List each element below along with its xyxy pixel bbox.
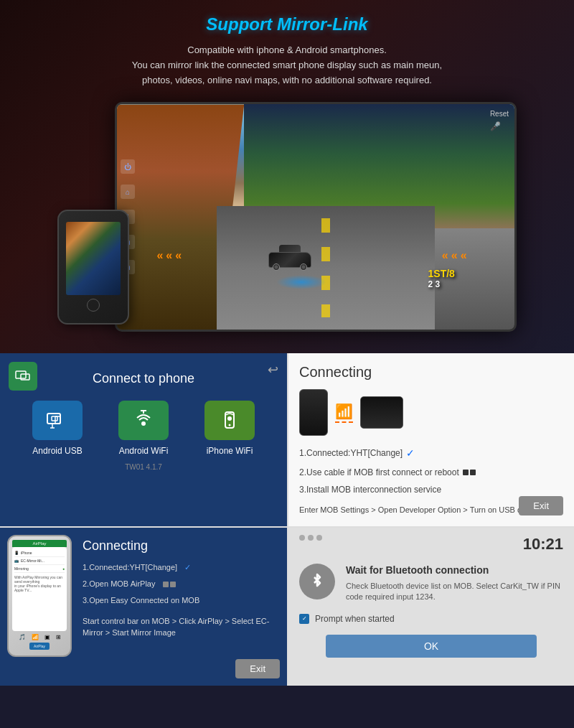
iphone-row-2: 📺 EC-Mirror-Mi... [14, 557, 65, 565]
exit-button-airplay[interactable]: Exit [235, 659, 280, 678]
panels-row-2: AirPlay 📱 iPhone 📺 EC-Mirror-Mi... Mirro… [0, 528, 574, 686]
road-surface [217, 206, 436, 330]
iphone-small-text: With AirPlay Mirroring you can send ever… [14, 573, 65, 594]
home-icon: ⌂ [121, 185, 135, 199]
top-section: EINCAR Support Mirror-Link Compatible wi… [0, 0, 574, 353]
iphone-wifi-label: iPhone WiFi [207, 446, 253, 456]
step2-text: 2.Use cable if MOB first connect or rebo… [299, 465, 459, 481]
connecting-title-right: Connecting [299, 364, 563, 381]
stereo-top-right: Reset 🎤 [490, 110, 509, 131]
iphone-screen: 📱 iPhone 📺 EC-Mirror-Mi... Mirroring ● W… [12, 547, 67, 631]
bt-header: Wait for Bluetooth connection Check Blue… [299, 564, 563, 602]
race-position: 1ST/8 2 3 [428, 268, 455, 289]
svg-rect-3 [52, 416, 57, 421]
connection-options: Android USB Android WiFi [14, 401, 273, 456]
svg-point-12 [227, 416, 232, 421]
bt-checkbox-row[interactable]: ✓ Prompt when started [299, 614, 563, 624]
panels-row-1: ↩ Connect to phone Android USB [0, 353, 574, 526]
svg-point-11 [229, 424, 231, 426]
ok-button[interactable]: OK [326, 635, 537, 658]
back-button[interactable]: ↩ [268, 362, 278, 378]
reset-label: Reset [490, 110, 509, 118]
airplay-title: Connecting [83, 538, 276, 554]
android-usb-label: Android USB [32, 446, 82, 456]
iphone-wifi-icon [204, 401, 255, 440]
phone-screen [66, 222, 121, 294]
speed-arrows-right: « « « [442, 249, 467, 262]
airplay-step-3: 3.Open Easy Connected on MOB [83, 594, 276, 608]
dot-3 [316, 535, 322, 541]
stereo-unit: « « « « « « 1ST/8 2 3 [115, 102, 517, 332]
stereo-screen: « « « « « « 1ST/8 2 3 [117, 104, 514, 330]
version-label: TW01 4.1.7 [14, 463, 273, 471]
bluetooth-icon [299, 564, 335, 599]
connecting-panel-right: Connecting 📶 1.Connected:YHT[Change] ✓ 2… [288, 353, 574, 526]
page-description: Compatible with iphone & Android smartph… [22, 43, 552, 88]
bluetooth-panel: 10:21 Wait for Bluetooth connection Chec… [288, 528, 574, 686]
step1-text: 1.Connected:YHT[Change] [299, 446, 403, 462]
phone-home-button [87, 299, 100, 312]
iphone-wifi-option[interactable]: iPhone WiFi [204, 401, 255, 456]
step-row-2: 2.Use cable if MOB first connect or rebo… [299, 465, 563, 481]
iphone-mockup: AirPlay 📱 iPhone 📺 EC-Mirror-Mi... Mirro… [7, 535, 72, 657]
android-wifi-option[interactable]: Android WiFi [118, 401, 169, 456]
stereo-display-wrapper: « « « « « « 1ST/8 2 3 [22, 102, 552, 332]
bt-time: 10:21 [523, 535, 563, 554]
iphone-row-1: 📱 iPhone [14, 549, 65, 557]
checkbox-label: Prompt when started [315, 614, 395, 624]
mirror-icon [9, 362, 37, 391]
svg-rect-1 [21, 374, 29, 380]
airplay-steps: 1.Connected:YHT[Change] ✓ 2.Open MOB Air… [83, 561, 276, 638]
iphone-airplay-btn: AirPlay [12, 643, 67, 650]
step-row-1: 1.Connected:YHT[Change] ✓ [299, 444, 563, 462]
wifi-connector: 📶 [335, 403, 353, 423]
tablet-icon-small [360, 396, 403, 429]
check-icon-airplay: ✓ [184, 561, 191, 575]
svg-point-7 [141, 421, 146, 426]
page-title: Support Mirror-Link [22, 14, 552, 34]
dashed-connector [335, 421, 353, 423]
wifi-signal-icon: 📶 [335, 403, 353, 420]
dot-1 [299, 535, 305, 541]
power-icon: ⏻ [121, 159, 135, 174]
step3-text: 3.Install MOB interconnection service [299, 482, 441, 498]
exit-button-right[interactable]: Exit [519, 496, 563, 515]
step-bars-2 [463, 470, 476, 475]
svg-rect-2 [47, 414, 60, 424]
airplay-panel: AirPlay 📱 iPhone 📺 EC-Mirror-Mi... Mirro… [0, 528, 287, 686]
airplay-header-bar: AirPlay [12, 540, 67, 547]
connect-panel: ↩ Connect to phone Android USB [0, 353, 287, 526]
bt-title: Wait for Bluetooth connection [346, 564, 563, 578]
iphone-row-3: Mirroring ● [14, 565, 65, 573]
phone-device [57, 210, 129, 325]
speed-arrows-left: « « « [156, 249, 182, 262]
bt-dots [299, 535, 322, 541]
phone-screen-content [66, 222, 121, 294]
android-usb-icon [32, 401, 83, 440]
race-car [268, 252, 311, 274]
airplay-note: Start control bar on MOB > Click AirPlay… [83, 615, 276, 639]
connecting-devices: 📶 [299, 389, 563, 436]
android-wifi-label: Android WiFi [119, 446, 169, 456]
checkbox-icon: ✓ [299, 614, 309, 624]
airplay-step-1: 1.Connected:YHT[Change] ✓ [83, 561, 276, 575]
airplay-step-2: 2.Open MOB AirPlay [83, 577, 276, 592]
connect-title: Connect to phone [14, 371, 273, 386]
phone-icon-small [299, 389, 328, 436]
bt-subtitle: Check Bluetooth device list on MOB. Sele… [346, 581, 563, 603]
connecting-steps: 1.Connected:YHT[Change] ✓ 2.Use cable if… [299, 444, 563, 498]
airplay-bars [163, 582, 176, 587]
bt-text-area: Wait for Bluetooth connection Check Blue… [346, 564, 563, 602]
mic-icon: 🎤 [490, 121, 509, 131]
iphone-bottom-buttons: 🎵 📶 ▣ ⊞ [12, 634, 67, 640]
check-icon-1: ✓ [406, 444, 415, 462]
android-wifi-icon [118, 401, 169, 440]
bottom-panels: ↩ Connect to phone Android USB [0, 353, 574, 686]
car-glow [276, 275, 326, 289]
dot-2 [308, 535, 314, 541]
android-usb-option[interactable]: Android USB [32, 401, 83, 456]
